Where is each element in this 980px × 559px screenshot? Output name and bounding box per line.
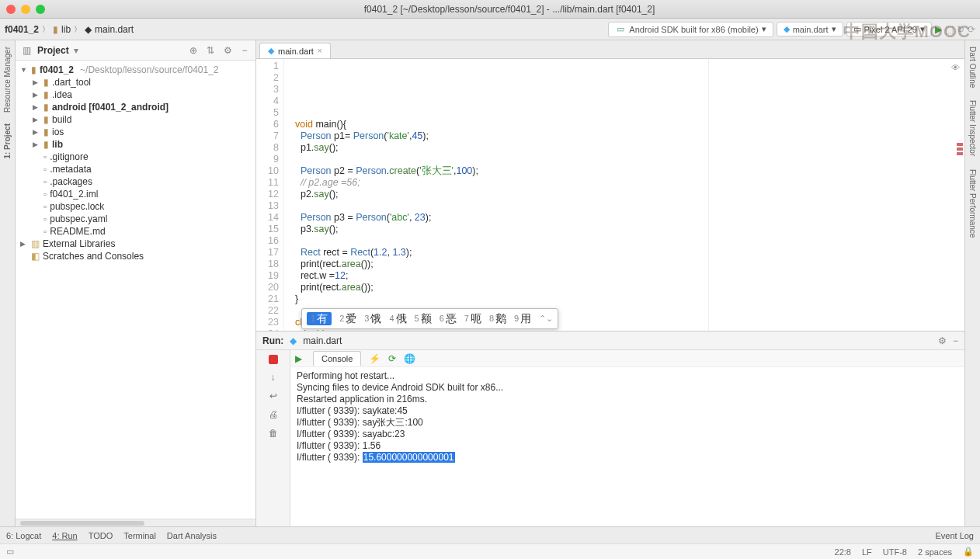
tree-item[interactable]: ▶▫.metadata (16, 163, 255, 175)
sort-icon[interactable]: ⇅ (204, 44, 217, 57)
rail-dart-outline[interactable]: Dart Outline (968, 47, 977, 88)
stop-icon[interactable] (269, 355, 278, 364)
line-separator[interactable]: LF (862, 547, 872, 557)
tree-item[interactable]: ▶▮android [f0401_2_android] (16, 101, 255, 113)
console-tab[interactable]: Console (313, 351, 361, 366)
status-bar: ▭ 22:8 LF UTF-8 2 spaces 🔒 (0, 543, 980, 559)
tool-logcat[interactable]: 6: Logcat (6, 531, 41, 540)
tree-item[interactable]: ▶▮lib (16, 138, 255, 151)
expand-icon[interactable]: ▶ (33, 116, 40, 123)
tree-item[interactable]: ▶▮.dart_tool (16, 76, 255, 89)
aim-icon[interactable]: ⊕ (187, 44, 200, 57)
expand-icon[interactable]: ▶ (33, 78, 40, 86)
ime-candidate[interactable]: 9用 (514, 313, 531, 325)
run-icon[interactable]: ▶ (935, 24, 942, 35)
close-icon[interactable]: × (318, 47, 322, 55)
ime-candidate[interactable]: 2爱 (339, 313, 356, 325)
chevron-down-icon[interactable]: ▾ (74, 45, 78, 56)
tree-root-path: ~/Desktop/lesson/source/f0401_2 (80, 64, 218, 75)
run-config-selector[interactable]: ◆ main.dart ▾ (777, 22, 843, 36)
lightning-icon[interactable]: ⚡ (369, 353, 381, 364)
tree-item[interactable]: ▶▫.packages (16, 175, 255, 188)
device-selector[interactable]: ▭ Android SDK built for x86 (mobile) ▾ (608, 22, 773, 37)
tool-todo[interactable]: TODO (89, 531, 113, 540)
coverage-icon[interactable]: ↻ (957, 24, 964, 35)
tree-label: .idea (52, 89, 72, 100)
status-indicator-icon: ▭ (6, 547, 14, 557)
rail-flutter-inspector[interactable]: Flutter Inspector (968, 100, 977, 156)
project-tree[interactable]: ▼ ▮ f0401_2 ~/Desktop/lesson/source/f040… (16, 61, 255, 519)
rail-resource-manager[interactable]: Resource Manager (3, 47, 12, 113)
indent[interactable]: 2 spaces (918, 547, 952, 557)
crumb-file[interactable]: main.dart (95, 24, 134, 35)
ime-candidate[interactable]: 3饿 (364, 313, 381, 325)
trash-icon[interactable]: 🗑 (269, 428, 278, 439)
tool-dart-analysis[interactable]: Dart Analysis (167, 531, 217, 540)
profile-icon[interactable]: ⟳ (968, 24, 975, 35)
code-content[interactable]: 👁 void main(){ Person p1= Person('kate',… (284, 59, 964, 331)
tree-item[interactable]: ▶▫f0401_2.iml (16, 188, 255, 200)
horizontal-scrollbar[interactable] (16, 519, 255, 526)
rail-project[interactable]: 1: Project (3, 123, 12, 159)
collapse-icon[interactable]: − (238, 44, 251, 57)
sidebar-title[interactable]: Project (37, 45, 69, 56)
error-stripe[interactable] (957, 143, 963, 155)
tree-item[interactable]: ▶▫pubspec.lock (16, 200, 255, 213)
lock-icon[interactable]: 🔒 (963, 547, 974, 557)
tool-run[interactable]: 4: Run (52, 531, 77, 540)
ime-candidate[interactable]: 1有 (307, 312, 332, 325)
expand-icon[interactable]: ▼ (20, 66, 28, 74)
code-editor[interactable]: 1234567891011121314151617181920212223242… (256, 59, 964, 331)
cursor-position[interactable]: 22:8 (835, 547, 851, 557)
tree-external-libs[interactable]: ▶ ▥ External Libraries (16, 238, 255, 250)
tree-item[interactable]: ▶▫.gitignore (16, 151, 255, 163)
close-icon[interactable] (6, 5, 16, 14)
tree-root[interactable]: ▼ ▮ f0401_2 ~/Desktop/lesson/source/f040… (16, 64, 255, 76)
tree-item[interactable]: ▶▮ios (16, 126, 255, 138)
ime-page-icon[interactable]: ⌃⌄ (539, 313, 553, 325)
expand-icon[interactable]: ▶ (33, 128, 40, 136)
minimize-icon[interactable]: − (953, 335, 958, 346)
event-log[interactable]: Event Log (935, 531, 974, 540)
gear-icon[interactable]: ⚙ (221, 44, 234, 57)
print-icon[interactable]: 🖨 (269, 409, 278, 420)
tool-terminal[interactable]: Terminal (123, 531, 156, 540)
ime-candidate[interactable]: 5额 (415, 313, 432, 325)
ime-candidate[interactable]: 7呃 (464, 313, 481, 325)
tree-item[interactable]: ▶▫pubspec.yaml (16, 213, 255, 225)
editor-inspection-icon[interactable]: 👁 (951, 62, 960, 74)
ime-candidates[interactable]: 1有2爱3饿4俄5额6恶7呃8鹅9用⌃⌄ (301, 308, 558, 329)
expand-icon[interactable]: ▶ (20, 240, 28, 248)
encoding[interactable]: UTF-8 (883, 547, 907, 557)
ime-candidate[interactable]: 4俄 (389, 313, 406, 325)
ime-candidate[interactable]: 6恶 (440, 313, 457, 325)
tree-root-label: f0401_2 (40, 64, 74, 75)
chevron-down-icon: ▾ (832, 24, 836, 34)
rail-flutter-performance[interactable]: Flutter Performance (968, 169, 977, 238)
ime-candidate[interactable]: 8鹅 (489, 313, 506, 325)
rerun-icon[interactable]: ▶ (295, 353, 302, 364)
emulator-selector[interactable]: ▭ Pixel 2 API 29 ▾ (846, 22, 933, 36)
tree-scratches[interactable]: ▶ ◧ Scratches and Consoles (16, 250, 255, 262)
wrap-icon[interactable]: ↩ (269, 391, 277, 401)
minimize-icon[interactable] (21, 5, 30, 14)
console-output[interactable]: Performing hot restart...Syncing files t… (290, 367, 964, 526)
tree-item[interactable]: ▶▫README.md (16, 225, 255, 238)
globe-icon[interactable]: 🌐 (404, 353, 415, 364)
maximize-icon[interactable] (36, 5, 45, 14)
crumb-folder[interactable]: lib (61, 24, 71, 35)
expand-icon[interactable]: ▶ (33, 103, 40, 111)
step-icon[interactable]: ↓ (271, 372, 276, 383)
run-config-label[interactable]: main.dart (303, 335, 342, 346)
crumb-project[interactable]: f0401_2 (5, 24, 39, 35)
debug-icon[interactable]: ⬚ (945, 24, 954, 35)
tree-item[interactable]: ▶▮build (16, 113, 255, 126)
reload-icon[interactable]: ⟳ (388, 353, 396, 364)
gear-icon[interactable]: ⚙ (938, 335, 947, 346)
chevron-right-icon: 〉 (74, 24, 82, 35)
expand-icon[interactable]: ▶ (33, 141, 40, 148)
tree-item[interactable]: ▶▮.idea (16, 89, 255, 101)
breadcrumb: f0401_2 〉 ▮ lib 〉 ◆ main.dart (5, 24, 134, 35)
expand-icon[interactable]: ▶ (33, 91, 40, 99)
editor-tab-main[interactable]: ◆ main.dart × (259, 43, 331, 58)
